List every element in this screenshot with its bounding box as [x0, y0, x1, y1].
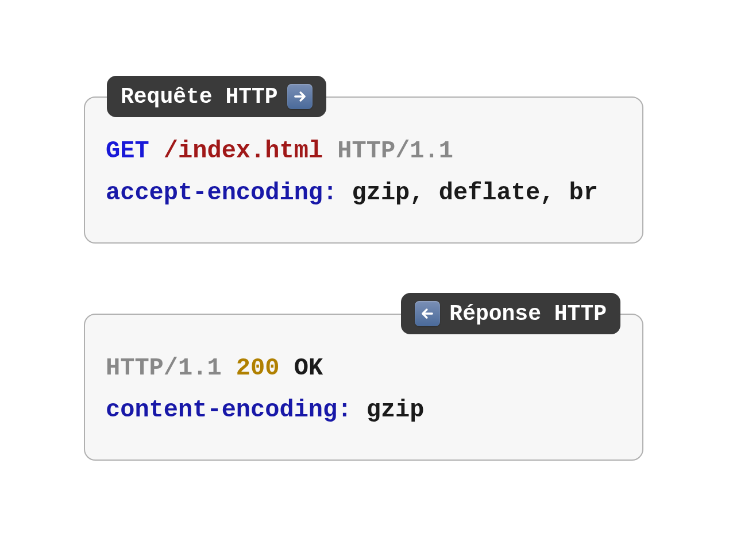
request-line: GET /index.html HTTP/1.1	[106, 136, 622, 167]
request-header-line: accept-encoding: gzip, deflate, br	[106, 177, 622, 209]
response-header-name: content-encoding:	[106, 396, 352, 424]
request-badge-label: Requête HTTP	[121, 84, 278, 109]
request-header-name: accept-encoding:	[106, 179, 337, 207]
request-badge: Requête HTTP	[107, 76, 326, 117]
response-status-line: HTTP/1.1 200 OK	[106, 353, 622, 384]
response-header-line: content-encoding: gzip	[106, 395, 622, 426]
response-status-code: 200	[236, 354, 280, 382]
response-badge-label: Réponse HTTP	[449, 302, 607, 326]
http-method: GET	[106, 137, 149, 165]
arrow-left-icon	[415, 301, 440, 326]
http-protocol: HTTP/1.1	[337, 137, 453, 165]
response-header-value: gzip	[352, 396, 424, 424]
response-badge: Réponse HTTP	[401, 293, 620, 334]
http-request-panel: Requête HTTP GET /index.html HTTP/1.1 ac…	[84, 96, 643, 244]
http-path: /index.html	[164, 137, 323, 165]
arrow-right-icon	[287, 84, 313, 109]
http-response-panel: Réponse HTTP HTTP/1.1 200 OK content-enc…	[84, 314, 643, 461]
response-status-text: OK	[294, 354, 323, 382]
request-header-value: gzip, deflate, br	[337, 179, 598, 207]
response-protocol: HTTP/1.1	[106, 354, 222, 382]
